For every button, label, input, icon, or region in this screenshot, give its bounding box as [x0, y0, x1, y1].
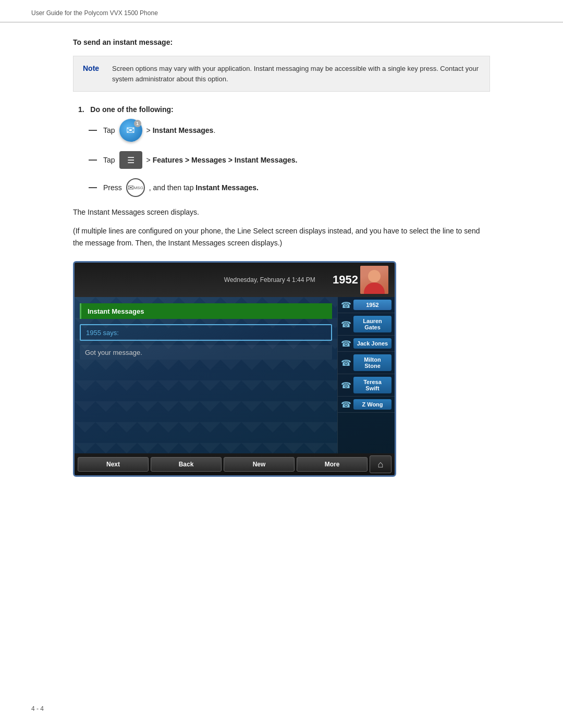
phone-datetime: Wednesday, February 4 1:44 PM: [207, 276, 333, 283]
phone-main-area: Instant Messages 1955 says: Got your mes…: [75, 297, 395, 453]
phone-left-panel: Instant Messages 1955 says: Got your mes…: [75, 297, 337, 453]
dash-icon-2: —: [89, 155, 97, 165]
phone-top-bar: Wednesday, February 4 1:44 PM 1952: [75, 263, 395, 297]
sub-step-2: — Tap ☰ > Features > Messages > Instant …: [89, 151, 490, 169]
contact-1952[interactable]: ☎ 1952: [338, 297, 395, 313]
avatar-face: [360, 266, 388, 294]
section-title: To send an instant message:: [73, 38, 490, 46]
dash-icon-3: —: [89, 183, 97, 192]
msg-button-icon[interactable]: ✉MSG: [126, 178, 145, 197]
contact-z-wong[interactable]: ☎ Z Wong: [338, 397, 395, 413]
sub-step-3: — Press ✉MSG , and then tap Instant Mess…: [89, 178, 490, 197]
message-from-text: 1955 says:: [86, 329, 119, 337]
page-header: User Guide for the Polycom VVX 1500 Phon…: [0, 0, 563, 22]
page-number: 4 - 4: [31, 705, 44, 712]
contact-name-jack-jones[interactable]: Jack Jones: [353, 338, 391, 349]
im-header-text: Instant Messages: [88, 307, 144, 315]
menu-button-icon[interactable]: ☰: [119, 151, 142, 169]
contact-milton-stone[interactable]: ☎ Milton Stone: [338, 352, 395, 374]
phone-screen: Wednesday, February 4 1:44 PM 1952 Insta…: [73, 261, 396, 477]
home-button[interactable]: ⌂: [370, 455, 391, 473]
contact-icon-2: ☎: [341, 319, 351, 329]
contact-teresa-swift[interactable]: ☎ Teresa Swift: [338, 374, 395, 397]
message-from-box: 1955 says:: [80, 324, 332, 341]
phone-extension: 1952: [333, 273, 358, 287]
page-footer: 4 - 4: [31, 705, 44, 712]
note-box: Note Screen options may vary with your a…: [73, 56, 490, 92]
contact-icon-1: ☎: [341, 300, 351, 310]
new-button[interactable]: New: [224, 457, 295, 472]
contact-name-teresa-swift[interactable]: Teresa Swift: [353, 377, 391, 393]
contact-name-z-wong[interactable]: Z Wong: [353, 399, 391, 410]
phone-bottom-bar: Next Back New More ⌂: [75, 453, 395, 475]
sub-step-list: — Tap 1 ✉ > Instant Messages. — Tap ☰: [89, 119, 490, 197]
contact-icon-3: ☎: [341, 339, 351, 349]
contact-name-1952[interactable]: 1952: [353, 300, 391, 310]
para-2: (If multiple lines are configured on you…: [73, 225, 490, 249]
step-list: 1. Do one of the following: — Tap 1 ✉ > …: [78, 105, 490, 197]
phone-avatar: [360, 266, 388, 294]
im-header-bar: Instant Messages: [80, 303, 332, 319]
message-content-text: Got your message.: [85, 349, 142, 356]
contact-icon-4: ☎: [341, 358, 351, 368]
contact-icon-6: ☎: [341, 400, 351, 410]
message-content-box: Got your message.: [80, 345, 332, 360]
contact-jack-jones[interactable]: ☎ Jack Jones: [338, 336, 395, 352]
contact-icon-5: ☎: [341, 380, 351, 390]
sub-step-1: — Tap 1 ✉ > Instant Messages.: [89, 119, 490, 142]
step-1-label: 1. Do one of the following:: [78, 105, 490, 114]
phone-right-panel: ☎ 1952 ☎ Lauren Gates ☎ Jack Jones ☎ Mil…: [337, 297, 395, 453]
header-text: User Guide for the Polycom VVX 1500 Phon…: [31, 9, 158, 17]
mail-badge-icon[interactable]: 1 ✉: [119, 119, 142, 142]
back-button[interactable]: Back: [151, 457, 222, 472]
dash-icon: —: [89, 126, 97, 135]
contact-name-lauren-gates[interactable]: Lauren Gates: [353, 316, 391, 332]
contact-name-milton-stone[interactable]: Milton Stone: [353, 354, 391, 371]
para-1: The Instant Messages screen displays.: [73, 206, 490, 218]
contact-lauren-gates[interactable]: ☎ Lauren Gates: [338, 313, 395, 336]
step-1: 1. Do one of the following: — Tap 1 ✉ > …: [78, 105, 490, 197]
note-text: Screen options may vary with your applic…: [112, 64, 480, 84]
more-button[interactable]: More: [297, 457, 368, 472]
note-label: Note: [83, 64, 104, 84]
main-content: To send an instant message: Note Screen …: [0, 22, 563, 524]
next-button[interactable]: Next: [78, 457, 149, 472]
